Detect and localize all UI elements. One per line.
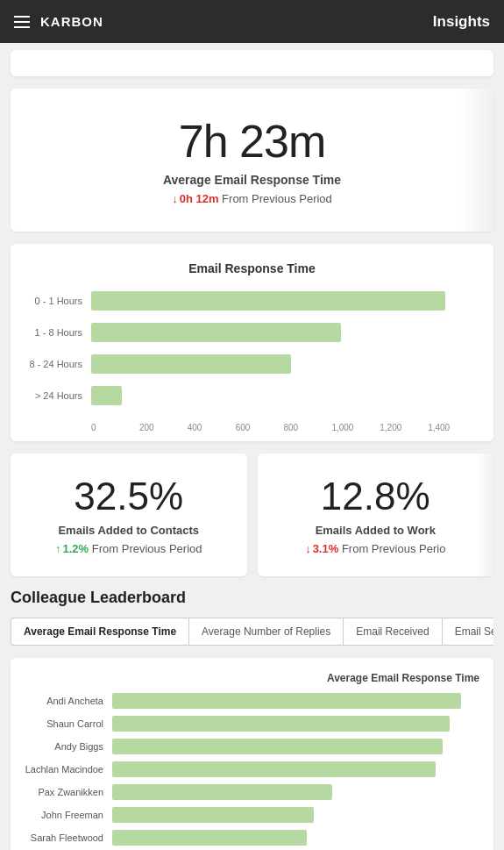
change-value: 1.2%	[55, 542, 89, 555]
stat-value: 32.5%	[25, 475, 233, 518]
email-response-chart-card: Email Response Time 0 - 1 Hours 1 - 8 Ho…	[11, 244, 493, 441]
leaderboard-bar-container	[112, 716, 479, 732]
x-label: 1,200	[380, 423, 428, 432]
menu-icon[interactable]	[14, 16, 30, 28]
leaderboard-row: Lachlan Macindoe	[25, 761, 479, 777]
leaderboard-tabs: Average Email Response Time Average Numb…	[11, 618, 493, 646]
leaderboard-card: Average Email Response Time Andi Ancheta…	[11, 658, 493, 850]
avg-time-change: 0h 12m From Previous Period	[28, 192, 476, 205]
leaderboard-column-header: Average Email Response Time	[25, 672, 479, 684]
leaderboard-bar	[112, 716, 450, 732]
leaderboard-bar-container	[112, 784, 479, 800]
avg-response-time-card: 7h 23m Average Email Response Time 0h 12…	[11, 89, 493, 232]
leaderboard-name: Lachlan Macindoe	[25, 764, 112, 775]
chart-bar	[91, 386, 122, 405]
chart-x-axis: 0 200 400 600 800 1,000 1,200 1,400	[91, 423, 476, 432]
leaderboard-bar-container	[112, 693, 479, 709]
chart-bar-container	[91, 323, 476, 342]
leaderboard-row: John Freeman	[25, 807, 479, 823]
change-text: From Previous Perio	[342, 542, 445, 555]
leaderboard-bar-container	[112, 739, 479, 754]
chart-row-label: > 24 Hours	[28, 390, 91, 401]
app-logo: KARBON	[40, 14, 103, 29]
leaderboard-bar-container	[112, 807, 479, 823]
leaderboard-name: John Freeman	[25, 810, 112, 820]
x-label: 0	[91, 423, 139, 432]
chart-row: 1 - 8 Hours	[28, 323, 476, 342]
stat-label: Emails Added to Work	[272, 524, 480, 537]
leaderboard-row: Andi Ancheta	[25, 693, 479, 709]
tab-email-received[interactable]: Email Received	[343, 618, 441, 646]
leaderboard-bar	[112, 784, 332, 800]
x-label: 800	[284, 423, 332, 432]
stat-value: 12.8%	[272, 475, 480, 518]
leaderboard-name: Pax Zwanikken	[25, 787, 112, 797]
leaderboard-bar-container	[112, 761, 479, 777]
chart-title: Email Response Time	[28, 261, 476, 275]
chart-row: > 24 Hours	[28, 386, 476, 405]
leaderboard-bar	[112, 761, 436, 777]
stat-label: Emails Added to Contacts	[25, 524, 233, 537]
tab-email-sent[interactable]: Email Sent	[442, 618, 493, 646]
chart-row: 0 - 1 Hours	[28, 291, 476, 311]
leaderboard-bar	[112, 693, 461, 709]
leaderboard-section-title: Colleague Leaderboard	[11, 589, 493, 607]
chart-row-label: 1 - 8 Hours	[28, 327, 91, 338]
app-header: KARBON Insights	[0, 0, 504, 43]
change-text: From Previous Period	[92, 542, 202, 555]
leaderboard-name: Sarah Fleetwood	[25, 832, 112, 843]
emails-added-contacts-card: 32.5% Emails Added to Contacts 1.2% From…	[11, 454, 247, 576]
chart-bar-container	[91, 291, 476, 311]
chart-bar	[91, 323, 341, 342]
emails-added-work-card: 12.8% Emails Added to Work 3.1% From Pre…	[258, 454, 494, 576]
chart-row-label: 8 - 24 Hours	[28, 359, 91, 369]
tab-avg-email-response[interactable]: Average Email Response Time	[11, 618, 188, 646]
leaderboard-name: Shaun Carrol	[25, 718, 112, 729]
tab-avg-replies[interactable]: Average Number of Replies	[188, 618, 343, 646]
change-value: 0h 12m	[172, 192, 218, 205]
avg-time-label: Average Email Response Time	[28, 173, 476, 187]
change-value: 3.1%	[305, 542, 338, 555]
stat-change: 1.2% From Previous Period	[25, 542, 233, 555]
leaderboard-bar	[112, 807, 314, 823]
leaderboard-name: Andy Biggs	[25, 741, 112, 752]
main-content: 7h 23m Average Email Response Time 0h 12…	[0, 43, 504, 850]
x-label: 200	[139, 423, 188, 432]
x-label: 1,000	[331, 423, 380, 432]
header-left: KARBON	[14, 14, 103, 29]
x-label: 400	[188, 423, 236, 432]
page-title: Insights	[433, 13, 490, 31]
partial-top-card	[11, 50, 493, 76]
leaderboard-bar-container	[112, 830, 479, 846]
chart-row: 8 - 24 Hours	[28, 354, 476, 374]
x-label: 600	[236, 423, 284, 432]
leaderboard-row: Pax Zwanikken	[25, 784, 479, 800]
leaderboard-row: Andy Biggs	[25, 739, 479, 754]
leaderboard-row: Shaun Carrol	[25, 716, 479, 732]
leaderboard-bar	[112, 739, 443, 754]
chart-bar-container	[91, 354, 476, 374]
avg-time-value: 7h 23m	[28, 115, 476, 168]
leaderboard-name: Andi Ancheta	[25, 696, 112, 706]
leaderboard-row: Sarah Fleetwood	[25, 830, 479, 846]
stat-cards-row: 32.5% Emails Added to Contacts 1.2% From…	[11, 454, 493, 576]
stat-change: 3.1% From Previous Perio	[272, 542, 480, 555]
chart-bar	[91, 291, 445, 311]
x-label: 1,400	[428, 423, 476, 432]
change-text: From Previous Period	[222, 192, 332, 205]
chart-bar	[91, 354, 291, 374]
chart-row-label: 0 - 1 Hours	[28, 296, 91, 306]
chart-bars: 0 - 1 Hours 1 - 8 Hours 8 - 24 Hours > 2…	[28, 291, 476, 418]
chart-bar-container	[91, 386, 476, 405]
leaderboard-bar	[112, 830, 307, 846]
